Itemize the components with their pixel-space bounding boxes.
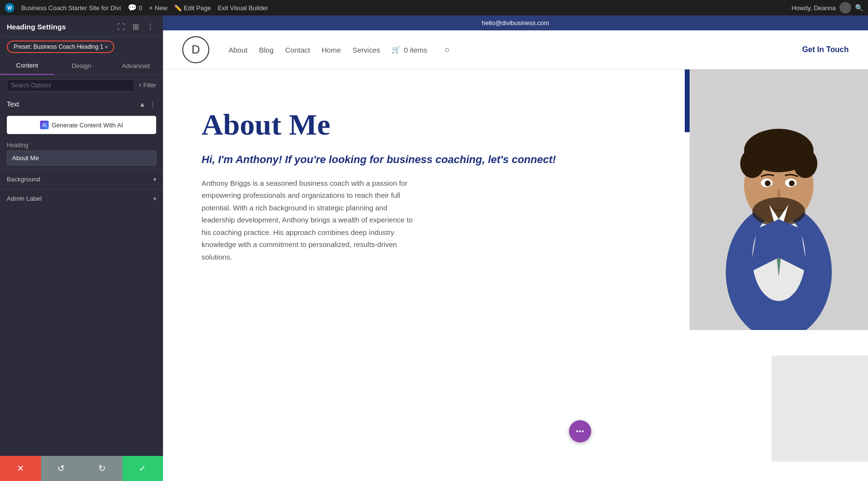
svg-point-11	[765, 180, 771, 186]
avatar	[840, 2, 851, 14]
search-icon[interactable]: 🔍	[855, 4, 863, 12]
panel-tabs: Content Design Advanced	[0, 57, 163, 75]
nav-cta-button[interactable]: Get In Touch	[802, 45, 849, 54]
about-body-text: Anthony Briggs is a seasoned business co…	[202, 177, 414, 263]
more-options-icon[interactable]: ⋮	[145, 21, 156, 32]
columns-icon[interactable]: ⊞	[131, 21, 141, 32]
site-header: hello@divibusiness.com D About Blog Cont…	[163, 15, 868, 69]
about-subheading: Hi, I'm Anthony! If you're looking for b…	[202, 152, 637, 167]
fullscreen-icon[interactable]: ⛶	[115, 22, 127, 32]
panel-bottom-bar: ✕ ↺ ↻ ✓	[0, 456, 163, 481]
nav-cart[interactable]: 🛒 0 items	[392, 45, 427, 54]
background-section-header[interactable]: Background ▾	[0, 170, 163, 189]
svg-point-12	[789, 180, 795, 186]
save-button[interactable]: ✓	[122, 456, 163, 481]
settings-panel: Heading Settings ⛶ ⊞ ⋮ Preset: Business …	[0, 15, 163, 481]
undo-button[interactable]: ↺	[41, 456, 82, 481]
preset-dropdown[interactable]: Preset: Business Coach Heading 1 ▾	[7, 41, 114, 53]
background-section: Background ▾	[0, 169, 163, 189]
tab-content[interactable]: Content	[0, 57, 54, 75]
redo-button[interactable]: ↻	[81, 456, 122, 481]
filter-button[interactable]: + Filter	[138, 82, 156, 89]
nav-about[interactable]: About	[229, 46, 247, 54]
admin-label-section-header[interactable]: Admin Label ▾	[0, 189, 163, 208]
generate-ai-button[interactable]: AI Generate Content With AI	[7, 116, 156, 134]
background-label: Background	[7, 176, 40, 183]
background-chevron-icon: ▾	[153, 176, 156, 183]
nav-search-icon[interactable]: ○	[445, 45, 450, 55]
page-content: About Me Hi, I'm Anthony! If you're look…	[163, 69, 868, 481]
admin-label-chevron-icon: ▾	[153, 195, 156, 202]
svg-point-7	[740, 149, 764, 178]
text-section-header[interactable]: Text ▲ ⋮	[0, 96, 163, 113]
comments-icon[interactable]: 💬 0	[128, 3, 142, 12]
text-section-title: Text	[7, 100, 19, 108]
howdy-label: Howdy, Deanna	[791, 4, 836, 12]
about-section: About Me Hi, I'm Anthony! If you're look…	[163, 69, 868, 481]
about-text-area: About Me Hi, I'm Anthony! If you're look…	[163, 69, 665, 481]
floating-action-button[interactable]: •••	[569, 420, 591, 442]
panel-title: Heading Settings	[7, 23, 66, 31]
new-button[interactable]: + New	[149, 4, 167, 12]
svg-point-8	[793, 149, 817, 178]
about-image-area	[665, 69, 868, 481]
cancel-button[interactable]: ✕	[0, 456, 41, 481]
nav-services[interactable]: Services	[353, 46, 380, 54]
person-image	[690, 69, 868, 330]
edit-page-button[interactable]: ✏️ Edit Page	[174, 4, 211, 12]
admin-label-section: Admin Label ▾	[0, 189, 163, 208]
gray-accent-block	[772, 356, 868, 462]
tab-design[interactable]: Design	[54, 57, 109, 75]
ai-icon: AI	[40, 121, 49, 129]
site-nav: D About Blog Contact Home Services 🛒 0 i…	[163, 30, 868, 69]
collapse-icon[interactable]: ▲	[139, 100, 146, 108]
panel-header: Heading Settings ⛶ ⊞ ⋮	[0, 15, 163, 37]
nav-home[interactable]: Home	[322, 46, 341, 54]
topbar-email-link[interactable]: hello@divibusiness.com	[482, 19, 549, 27]
site-topbar: hello@divibusiness.com	[163, 15, 868, 30]
admin-bar: W Business Coach Starter Site for Divi 💬…	[0, 0, 868, 15]
exit-builder-button[interactable]: Exit Visual Builder	[217, 4, 268, 12]
page-preview: hello@divibusiness.com D About Blog Cont…	[163, 15, 868, 481]
heading-field-label: Heading	[0, 139, 163, 151]
preset-selector: Preset: Business Coach Heading 1 ▾	[7, 41, 156, 53]
more-icon[interactable]: ⋮	[149, 100, 156, 108]
nav-contact[interactable]: Contact	[285, 46, 310, 54]
site-logo: D	[182, 36, 209, 63]
nav-blog[interactable]: Blog	[259, 46, 273, 54]
site-name-link[interactable]: Business Coach Starter Site for Divi	[21, 4, 121, 12]
search-options-input[interactable]	[7, 79, 135, 92]
cart-icon: 🛒	[392, 45, 401, 54]
chevron-down-icon: ▾	[105, 44, 108, 50]
admin-label-text: Admin Label	[7, 195, 41, 202]
search-options-row: + Filter	[7, 79, 156, 92]
about-heading: About Me	[202, 108, 637, 141]
wp-logo-icon[interactable]: W	[5, 3, 14, 13]
nav-links: About Blog Contact Home Services 🛒 0 ite…	[229, 45, 802, 55]
tab-advanced[interactable]: Advanced	[108, 57, 163, 75]
heading-input[interactable]	[7, 151, 156, 165]
